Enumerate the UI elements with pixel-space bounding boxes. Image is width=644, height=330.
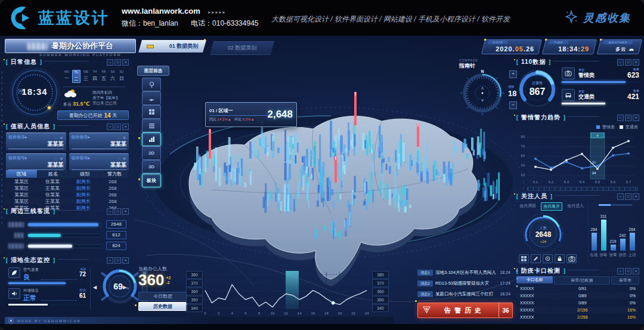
panel-minimize-icon[interactable]: −: [107, 257, 113, 264]
legend-item[interactable]: 交通类: [620, 124, 638, 130]
weekday-sa[interactable]: SA六: [109, 70, 116, 83]
checkpoint-col-header[interactable]: 卡口名称: [516, 276, 553, 283]
close-icon[interactable]: ⊗: [58, 136, 64, 140]
website-link[interactable]: www.lanlanwork.com: [122, 7, 200, 16]
panel-close-icon[interactable]: ×: [633, 193, 639, 200]
weekday-fr[interactable]: FR五: [100, 70, 107, 83]
layer-button-2D[interactable]: 2D: [142, 146, 161, 160]
panel-restore-icon[interactable]: □: [114, 208, 121, 215]
checkpoint-col-header[interactable]: 异常率: [611, 276, 639, 285]
panel-restore-icon[interactable]: □: [625, 268, 631, 275]
checkpoint-name: XXXXX: [516, 315, 556, 319]
checkpoint-col-header[interactable]: 异常/已检测: [554, 276, 610, 285]
panel-focus-people: [ 关注人员 ] ······−□× 当日滞留当日离开当日进入 人数2648+2…: [516, 192, 639, 264]
panel-close-icon[interactable]: ×: [633, 115, 639, 121]
panel-minimize-icon[interactable]: −: [617, 59, 624, 66]
scroll-thumb[interactable]: [599, 204, 611, 206]
layer-button-bar-chart-icon[interactable]: [142, 132, 161, 146]
weekday-su[interactable]: SU日: [118, 70, 125, 83]
alarm-list-item[interactable]: 消息1湿地3-104片区有不明人员闯入18:24: [417, 268, 510, 277]
panel-minimize-icon[interactable]: −: [617, 268, 624, 275]
alarm-list-item[interactable]: 消息2RD13-53烟感报警疑似火灾17:24: [417, 279, 510, 288]
trend-scrollbar[interactable]: [527, 187, 638, 191]
weekday-we[interactable]: WE三: [82, 70, 89, 83]
svg-text:30: 30: [592, 161, 596, 164]
zoom-in-button[interactable]: +: [509, 70, 517, 78]
duty-leader-card[interactable]: 值班领导 ▸⋯ ⊗某某某: [6, 153, 66, 171]
scroll-down-icon[interactable]: ▼: [514, 285, 520, 288]
panel-title: 值班人员信息: [11, 122, 50, 131]
weekday-th[interactable]: TH四: [91, 70, 98, 83]
close-icon[interactable]: ⊗: [121, 136, 126, 140]
inspiration-collect-link[interactable]: 灵感收集: [564, 10, 631, 26]
duty-name: 某某某: [72, 140, 127, 149]
weekday-cn: 三: [82, 75, 89, 82]
duty-leader-card[interactable]: 值班领导 ▸⋯ ⊗某某某: [69, 132, 129, 150]
alarm-tag: 消息2: [417, 280, 433, 286]
legend-item[interactable]: 警情类: [596, 124, 615, 130]
more-icon[interactable]: ⋯: [54, 157, 58, 161]
layer-button-list-icon[interactable]: [142, 119, 161, 132]
focus-tool-camera-icon[interactable]: [566, 254, 577, 263]
layer-button-location-pin-icon[interactable]: [142, 78, 161, 91]
flow-bar-value: 2648: [106, 220, 126, 229]
panel-restore-icon[interactable]: □: [114, 257, 121, 264]
panel-close-icon[interactable]: ×: [633, 59, 639, 66]
y-axis-label: 370: [372, 279, 389, 287]
alarm-list-item[interactable]: 消息3某路口有小汽车连闯三个红灯18:24: [417, 289, 510, 299]
panel-restore-icon[interactable]: □: [625, 59, 631, 66]
map-tooltip: 01 / 区域一 同比 14.1%▲ 环比 6.2%▲ 2,648: [205, 102, 297, 127]
duty-leader-card[interactable]: 值班领导 ▸⋯ ⊗某某某: [6, 132, 66, 150]
focus-tool-target-icon[interactable]: [543, 254, 553, 263]
checkpoint-rate: 16%: [609, 315, 638, 319]
panel-minimize-icon[interactable]: −: [107, 124, 113, 130]
focus-tool-grid-icon[interactable]: [519, 254, 529, 263]
weekday-tu[interactable]: TU二: [72, 70, 80, 83]
air-progress: [8, 282, 86, 284]
focus-tool-edit-icon[interactable]: [531, 254, 541, 263]
panel-restore-icon[interactable]: □: [114, 59, 121, 66]
layer-button-3D[interactable]: 3D: [142, 160, 161, 174]
alarm-history-button[interactable]: 告警历史 36: [417, 303, 513, 318]
panel-restore-icon[interactable]: □: [114, 124, 121, 130]
x-axis-label: 5.7: [624, 180, 633, 184]
panel-minimize-icon[interactable]: −: [107, 59, 113, 66]
layer-button-板块[interactable]: 板块: [142, 174, 161, 187]
panel-close-icon[interactable]: ×: [633, 268, 639, 275]
panel-restore-icon[interactable]: □: [625, 193, 631, 200]
focus-tab-3[interactable]: 当日进入: [565, 202, 586, 211]
chevron-left-icon[interactable]: ◀: [93, 285, 97, 290]
duty-leader-card[interactable]: 值班领导 ▸⋯ ⊗某某某: [69, 153, 129, 171]
today-data-button[interactable]: 今日数据: [138, 292, 187, 301]
history-data-button[interactable]: 历史数据: [138, 302, 187, 311]
chevron-right-icon[interactable]: ▶: [123, 285, 126, 290]
date-plate: DATE 2020.05.26: [481, 39, 542, 54]
panel-close-icon[interactable]: ×: [122, 208, 129, 215]
panel-restore-icon[interactable]: □: [625, 115, 631, 121]
panel-minimize-icon[interactable]: −: [107, 208, 113, 215]
close-icon[interactable]: ⊗: [58, 157, 64, 161]
layer-button-radar-icon[interactable]: [142, 91, 161, 105]
panel-close-icon[interactable]: ×: [122, 257, 129, 264]
duty-col-header: 级别: [69, 170, 100, 178]
focus-tool-lock-icon[interactable]: [555, 254, 565, 263]
bar: [620, 239, 626, 251]
tab-data-category-2[interactable]: 02 数据类别: [210, 41, 274, 55]
focus-tab-1[interactable]: 当日滞留: [518, 202, 538, 211]
panel-duty-staff: [ 值班人员信息 ] ······−□× 值班领导 ▸⋯ ⊗某某某值班领导 ▸⋯…: [6, 122, 129, 206]
scroll-up-icon[interactable]: ▲: [514, 269, 520, 272]
panel-minimize-icon[interactable]: −: [617, 193, 624, 200]
eco-gauge: 69%: [99, 266, 141, 307]
panel-close-icon[interactable]: ×: [122, 59, 129, 66]
layer-button-grid-icon[interactable]: [142, 105, 161, 119]
panel-close-icon[interactable]: ×: [122, 124, 129, 130]
panel-minimize-icon[interactable]: −: [617, 115, 624, 121]
weekday-mo[interactable]: MO一: [63, 70, 70, 83]
tab-data-category-1[interactable]: 01 数据类别: [138, 40, 206, 53]
focus-chart-scrollbar[interactable]: [599, 204, 632, 206]
close-icon[interactable]: ⊗: [121, 157, 126, 161]
zoom-out-button[interactable]: −: [509, 101, 517, 109]
more-icon[interactable]: ⋯: [54, 136, 58, 140]
duty-cell: 副局长: [68, 198, 99, 205]
focus-tab-2[interactable]: 当日离开: [541, 202, 562, 211]
